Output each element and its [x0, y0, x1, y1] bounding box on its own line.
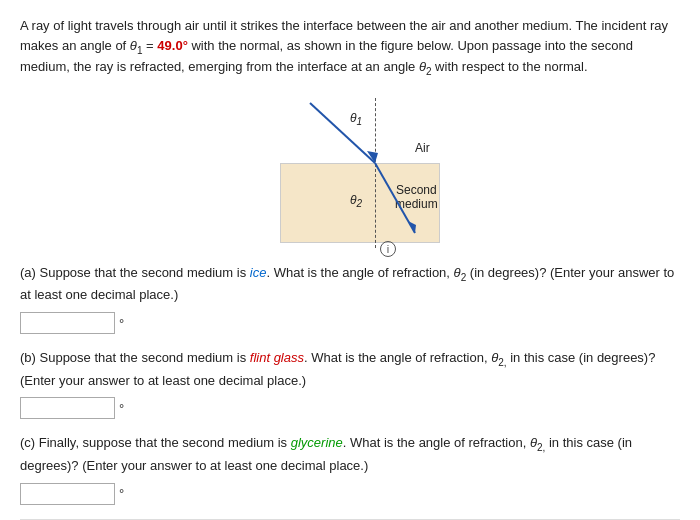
part-c-id: (c)	[20, 435, 35, 450]
medium-flint: flint glass	[250, 350, 304, 365]
equals-sign: =	[146, 38, 157, 53]
problem-statement: A ray of light travels through air until…	[20, 16, 680, 79]
figure-container: Air Second medium θ1 θ2 i	[20, 93, 680, 253]
info-icon[interactable]: i	[380, 241, 396, 257]
svg-marker-3	[408, 221, 416, 233]
part-c-label: (c) Finally, suppose that the second med…	[20, 433, 680, 476]
medium-glycerine: glycerine	[291, 435, 343, 450]
angle-value: 49.0°	[157, 38, 188, 53]
svg-line-0	[310, 103, 375, 163]
answer-input-a[interactable]	[20, 312, 115, 334]
part-a-id: (a)	[20, 265, 36, 280]
part-a-label: (a) Suppose that the second medium is ic…	[20, 263, 680, 306]
theta1-label: θ1	[130, 38, 143, 53]
answer-input-b[interactable]	[20, 397, 115, 419]
part-a-input-row: °	[20, 312, 680, 334]
degree-c: °	[119, 486, 124, 501]
part-b-label: (b) Suppose that the second medium is fl…	[20, 348, 680, 391]
degree-b: °	[119, 401, 124, 416]
part-c: (c) Finally, suppose that the second med…	[20, 433, 680, 504]
ray-diagram	[220, 93, 480, 253]
answer-input-c[interactable]	[20, 483, 115, 505]
part-b: (b) Suppose that the second medium is fl…	[20, 348, 680, 419]
medium-ice: ice	[250, 265, 267, 280]
part-a: (a) Suppose that the second medium is ic…	[20, 263, 680, 334]
part-b-id: (b)	[20, 350, 36, 365]
optics-figure: Air Second medium θ1 θ2 i	[220, 93, 480, 253]
part-c-input-row: °	[20, 483, 680, 505]
part-b-input-row: °	[20, 397, 680, 419]
degree-a: °	[119, 316, 124, 331]
